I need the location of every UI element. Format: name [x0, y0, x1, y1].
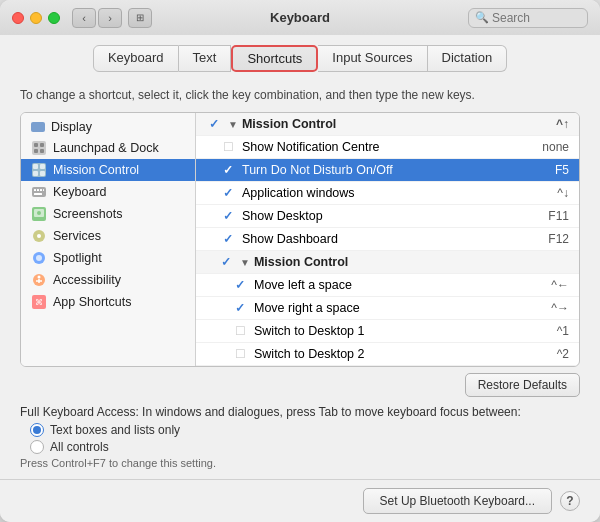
check-app-windows: ✓	[220, 185, 236, 201]
launchpad-icon	[31, 140, 47, 156]
tab-keyboard[interactable]: Keyboard	[93, 45, 179, 72]
row-shortcut-switch2: ^2	[509, 347, 569, 361]
content-area: To change a shortcut, select it, click t…	[0, 80, 600, 479]
svg-rect-12	[37, 189, 39, 191]
restore-defaults-button[interactable]: Restore Defaults	[465, 373, 580, 397]
sidebar-item-spotlight[interactable]: Spotlight	[21, 247, 195, 269]
shortcut-row-app-windows[interactable]: ✓ Application windows ^↓	[196, 182, 579, 205]
shortcut-row-mc-sub[interactable]: ✓ ▼ Mission Control	[196, 251, 579, 274]
sidebar-label-spotlight: Spotlight	[53, 251, 102, 265]
check-move-left: ✓	[232, 277, 248, 293]
forward-button[interactable]: ›	[98, 8, 122, 28]
search-input[interactable]	[492, 11, 582, 25]
sidebar-item-display[interactable]: Display	[21, 117, 195, 137]
sidebar-label-accessibility: Accessibility	[53, 273, 121, 287]
sidebar-item-appshortcuts[interactable]: ⌘ App Shortcuts	[21, 291, 195, 313]
svg-rect-7	[40, 164, 45, 169]
row-label-app-windows: Application windows	[242, 186, 509, 200]
row-label-notif: Show Notification Centre	[242, 140, 509, 154]
sidebar-item-keyboard[interactable]: Keyboard	[21, 181, 195, 203]
svg-point-18	[37, 211, 41, 215]
svg-rect-11	[34, 189, 36, 191]
row-label-move-right: Move right a space	[254, 301, 509, 315]
check-mc-sub: ✓	[218, 254, 234, 270]
radio-all-controls[interactable]: All controls	[30, 440, 580, 454]
shortcut-row-switch1[interactable]: ☐ Switch to Desktop 1 ^1	[196, 320, 579, 343]
radio-group: Text boxes and lists only All controls	[30, 423, 580, 454]
svg-text:⌘: ⌘	[35, 298, 43, 307]
keyboard-access-label: Full Keyboard Access: In windows and dia…	[20, 405, 580, 419]
bluetooth-keyboard-button[interactable]: Set Up Bluetooth Keyboard...	[363, 488, 552, 514]
grid-icon: ⊞	[136, 12, 144, 23]
row-shortcut-dnd: F5	[509, 163, 569, 177]
sidebar-item-services[interactable]: Services	[21, 225, 195, 247]
shortcut-row-move-left[interactable]: ✓ Move left a space ^←	[196, 274, 579, 297]
tab-dictation[interactable]: Dictation	[428, 45, 508, 72]
check-switch2: ☐	[232, 346, 248, 362]
sidebar-label-keyboard: Keyboard	[53, 185, 107, 199]
check-switch1: ☐	[232, 323, 248, 339]
grid-button[interactable]: ⊞	[128, 8, 152, 28]
svg-rect-14	[43, 189, 44, 191]
tabs-bar: Keyboard Text Shortcuts Input Sources Di…	[0, 35, 600, 80]
back-button[interactable]: ‹	[72, 8, 96, 28]
shortcut-row-move-right[interactable]: ✓ Move right a space ^→	[196, 297, 579, 320]
sidebar-item-accessibility[interactable]: Accessibility	[21, 269, 195, 291]
traffic-lights	[12, 12, 60, 24]
titlebar: ‹ › ⊞ Keyboard 🔍	[0, 0, 600, 35]
keyboard-access: Full Keyboard Access: In windows and dia…	[20, 405, 580, 469]
shortcut-row-mc-header[interactable]: ✓ ▼ Mission Control ^↑	[196, 113, 579, 136]
shortcut-row-dnd[interactable]: ✓ Turn Do Not Disturb On/Off F5	[196, 159, 579, 182]
sidebar-item-screenshots[interactable]: Screenshots	[21, 203, 195, 225]
tab-text[interactable]: Text	[179, 45, 232, 72]
svg-rect-1	[34, 143, 38, 147]
close-button[interactable]	[12, 12, 24, 24]
sidebar-item-mission[interactable]: Mission Control	[21, 159, 195, 181]
shortcut-row-show-dashboard[interactable]: ✓ Show Dashboard F12	[196, 228, 579, 251]
shortcut-row-show-desktop[interactable]: ✓ Show Desktop F11	[196, 205, 579, 228]
shortcut-row-switch2[interactable]: ☐ Switch to Desktop 2 ^2	[196, 343, 579, 366]
maximize-button[interactable]	[48, 12, 60, 24]
minimize-button[interactable]	[30, 12, 42, 24]
sidebar-label-screenshots: Screenshots	[53, 207, 122, 221]
row-shortcut-show-desktop: F11	[509, 209, 569, 223]
svg-rect-2	[40, 143, 44, 147]
back-icon: ‹	[82, 12, 86, 24]
display-icon	[31, 122, 45, 132]
shortcuts-list: ✓ ▼ Mission Control ^↑ ☐ Show Notificati…	[196, 113, 579, 366]
check-move-right: ✓	[232, 300, 248, 316]
radio-circle-text-boxes[interactable]	[30, 423, 44, 437]
row-label-switch2: Switch to Desktop 2	[254, 347, 509, 361]
sidebar-label-display: Display	[51, 120, 92, 134]
svg-point-22	[36, 255, 42, 261]
sidebar-label-mission: Mission Control	[53, 163, 139, 177]
radio-text-boxes[interactable]: Text boxes and lists only	[30, 423, 580, 437]
forward-icon: ›	[108, 12, 112, 24]
svg-rect-4	[40, 149, 44, 153]
row-shortcut-app-windows: ^↓	[509, 186, 569, 200]
help-button[interactable]: ?	[560, 491, 580, 511]
services-icon	[31, 228, 47, 244]
svg-rect-3	[34, 149, 38, 153]
main-panel: Display Launchpad & Dock Mission Control	[20, 112, 580, 367]
hint-text: To change a shortcut, select it, click t…	[20, 88, 580, 102]
search-box[interactable]: 🔍	[468, 8, 588, 28]
keyboard-icon	[31, 184, 47, 200]
shortcut-row-notif[interactable]: ☐ Show Notification Centre none	[196, 136, 579, 159]
mission-icon	[31, 162, 47, 178]
tab-input-sources[interactable]: Input Sources	[318, 45, 427, 72]
svg-point-24	[38, 276, 41, 279]
window-title: Keyboard	[270, 10, 330, 25]
row-shortcut-mc-header: ^↑	[509, 117, 569, 131]
sidebar-label-launchpad: Launchpad & Dock	[53, 141, 159, 155]
right-panel: ✓ ▼ Mission Control ^↑ ☐ Show Notificati…	[196, 113, 579, 366]
row-shortcut-show-dashboard: F12	[509, 232, 569, 246]
sidebar-label-services: Services	[53, 229, 101, 243]
check-mc-header: ✓	[206, 116, 222, 132]
tab-shortcuts[interactable]: Shortcuts	[231, 45, 318, 72]
svg-rect-10	[32, 187, 46, 197]
radio-circle-all-controls[interactable]	[30, 440, 44, 454]
check-dnd: ✓	[220, 162, 236, 178]
check-show-desktop: ✓	[220, 208, 236, 224]
sidebar-item-launchpad[interactable]: Launchpad & Dock	[21, 137, 195, 159]
